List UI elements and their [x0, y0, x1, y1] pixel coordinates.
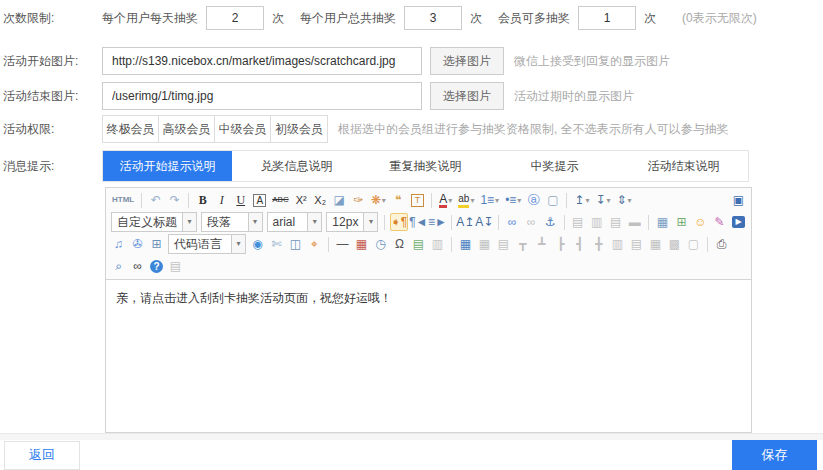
underline-icon[interactable]: U	[232, 191, 249, 209]
image-manager-icon[interactable]: ⊞	[673, 213, 690, 231]
insert-time-icon[interactable]: ◷	[372, 235, 389, 253]
edit-formula-glyph: ▥	[432, 236, 443, 252]
find-replace-icon[interactable]: ∞	[129, 257, 146, 275]
blank-doc-icon[interactable]: ▢	[544, 191, 561, 209]
start-image-pick-button[interactable]: 选择图片	[430, 47, 504, 75]
tab-repeat-draw[interactable]: 重复抽奖说明	[361, 151, 490, 181]
insert-date-icon[interactable]: ▦	[353, 235, 370, 253]
print-icon[interactable]: ⎙	[713, 235, 730, 253]
end-image-url-input[interactable]	[102, 82, 422, 110]
format-painter-icon[interactable]: ✑	[350, 191, 367, 209]
font-size-value: 12px	[327, 215, 363, 229]
toolbar-separator	[498, 215, 499, 230]
caret-down-icon: ▾	[382, 196, 386, 205]
blockquote-icon[interactable]: ❝	[390, 191, 407, 209]
strikethrough-icon[interactable]: ABC	[270, 191, 290, 209]
unordered-list-icon[interactable]: •≡▾	[503, 191, 523, 209]
limits-hint: (0表示无限次)	[682, 10, 757, 27]
paragraph-rtl-icon[interactable]: ¶◄	[410, 213, 427, 231]
editor-content-area[interactable]: 亲，请点击进入刮刮卡抽奖活动页面，祝您好运哦！	[106, 280, 751, 432]
baidu-map-icon[interactable]: ◉	[249, 235, 266, 253]
tab-activity-start-tip[interactable]: 活动开始提示说明	[103, 151, 232, 181]
insert-table-glyph: ▦	[460, 236, 471, 252]
insert-col-icon: ┣	[552, 235, 569, 253]
table-title-icon: ▤	[495, 235, 512, 253]
paragraph-spacing-top-icon[interactable]: ↥▾	[572, 191, 591, 209]
scrawl-icon[interactable]: ✎	[711, 213, 728, 231]
case-lower-icon[interactable]: A↧	[476, 213, 493, 231]
merge-right-icon: ▥	[609, 235, 626, 253]
case-upper-icon[interactable]: A↥	[457, 213, 474, 231]
tab-redeem-info[interactable]: 兑奖信息说明	[232, 151, 361, 181]
attachment-icon[interactable]: ✇	[129, 235, 146, 253]
font-family-select[interactable]: arial▾	[267, 212, 323, 232]
scrawl-glyph: ✎	[714, 214, 724, 230]
ordered-list-icon[interactable]: 1≡▾	[478, 191, 501, 209]
insert-image-icon[interactable]: ▦	[654, 213, 671, 231]
italic-icon[interactable]: I	[213, 191, 230, 209]
superscript-glyph: X²	[296, 192, 307, 208]
member-option-senior[interactable]: 高级会员	[159, 116, 215, 142]
custom-title-select[interactable]: 自定义标题▾	[111, 212, 197, 232]
permissions-label: 活动权限:	[0, 121, 102, 138]
superscript-icon[interactable]: X²	[293, 191, 310, 209]
save-button[interactable]: 保存	[732, 440, 817, 470]
emotion-icon[interactable]: ☺	[692, 213, 709, 231]
code-language-select[interactable]: 代码语言▾	[168, 234, 246, 254]
spreadsheet-icon[interactable]: ▤	[410, 235, 427, 253]
end-image-label: 活动结束图片:	[0, 88, 102, 105]
toolbar-separator	[431, 193, 432, 208]
tab-win-tip[interactable]: 中奖提示	[490, 151, 619, 181]
fullscreen-icon[interactable]: ▣	[730, 191, 747, 209]
paragraph-spacing-bottom-icon[interactable]: ↧▾	[593, 191, 612, 209]
insert-table-icon[interactable]: ▦	[457, 235, 474, 253]
member-option-ultimate[interactable]: 终极会员	[103, 116, 159, 142]
highlight-color-icon[interactable]: ab▾	[456, 191, 476, 209]
daily-draw-limit-input[interactable]	[206, 6, 264, 30]
member-extra-draw-input[interactable]	[578, 6, 636, 30]
bold-icon[interactable]: B	[194, 191, 211, 209]
undo-icon[interactable]: ↶	[147, 191, 164, 209]
member-option-junior[interactable]: 初级会员	[271, 116, 327, 142]
line-height-icon[interactable]: ⇕▾	[615, 191, 634, 209]
insert-file-icon[interactable]: ⊞	[148, 235, 165, 253]
font-size-select[interactable]: 12px▾	[326, 212, 378, 232]
paste-text-icon[interactable]: T	[409, 191, 427, 209]
anchor-icon[interactable]: ⚓	[542, 213, 559, 231]
insert-video-icon[interactable]: ▶	[730, 213, 747, 231]
image-float-left-glyph: ▤	[572, 214, 583, 230]
paragraph-format-select[interactable]: 段落▾	[201, 212, 263, 232]
help-icon[interactable]: ?	[148, 257, 165, 275]
auto-typeset-icon[interactable]: ❋▾	[369, 191, 388, 209]
font-color-icon[interactable]: A▾	[437, 191, 454, 209]
delete-table-glyph: ▦	[479, 236, 490, 252]
source-html-icon[interactable]: HTML	[110, 191, 136, 209]
horizontal-rule-icon[interactable]: —	[334, 235, 351, 253]
member-option-middle[interactable]: 中级会员	[215, 116, 271, 142]
start-image-url-input[interactable]	[102, 47, 422, 75]
subscript-icon[interactable]: X₂	[312, 191, 329, 209]
unmerge-cells-glyph: ▢	[688, 236, 699, 252]
insert-time-glyph: ◷	[375, 236, 385, 252]
anchor-inline-icon[interactable]: ⓐ	[525, 191, 542, 209]
redo-icon[interactable]: ↷	[166, 191, 183, 209]
total-draw-limit-input[interactable]	[404, 6, 462, 30]
special-chars-icon[interactable]: Ω	[391, 235, 408, 253]
preview-icon[interactable]: ⌕	[110, 257, 127, 275]
page-break-icon[interactable]: ✄	[268, 235, 285, 253]
screenshot-icon[interactable]: ⌖	[306, 235, 323, 253]
end-image-pick-button[interactable]: 选择图片	[430, 82, 504, 110]
remove-format-icon[interactable]: ◪	[331, 191, 348, 209]
indent-icon[interactable]: ≡►	[429, 213, 446, 231]
toolbar-separator	[141, 193, 142, 208]
insert-template-icon[interactable]: ◫	[287, 235, 304, 253]
caret-down-icon: ▾	[231, 235, 245, 253]
back-button[interactable]: 返回	[4, 441, 80, 470]
find-replace-glyph: ∞	[133, 258, 142, 274]
link-icon[interactable]: ∞	[504, 213, 521, 231]
caret-down-icon: ▾	[248, 213, 262, 231]
indent-first-line-icon[interactable]: ➧¶	[390, 213, 408, 231]
insert-music-icon[interactable]: ♫	[110, 235, 127, 253]
tab-activity-end[interactable]: 活动结束说明	[619, 151, 748, 181]
font-border-icon[interactable]: A	[251, 191, 268, 209]
